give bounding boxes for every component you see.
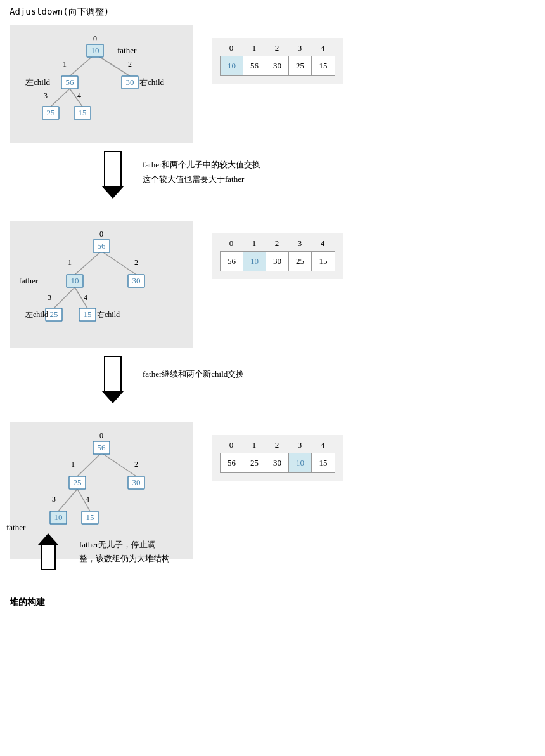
- section-3: father 0 1 2 3 4 56 25: [10, 422, 535, 559]
- svg-text:1: 1: [71, 460, 75, 469]
- arrow1-text: father和两个儿子中的较大值交换 这个较大值也需要大于father: [143, 157, 260, 187]
- svg-text:0: 0: [99, 230, 103, 238]
- svg-line-50: [101, 453, 136, 476]
- svg-text:0: 0: [99, 431, 103, 440]
- tree-diagram-1: 0 1 2 3 4 10 father 56 左child 30 右child: [10, 25, 193, 143]
- bottom-title: 堆的构建: [10, 597, 535, 608]
- cell-2-4: 15: [312, 252, 335, 271]
- array-1-cells: 10 56 30 25 15: [220, 56, 335, 76]
- array-2-labels: 0 1 2 3 4: [220, 238, 335, 249]
- svg-text:3: 3: [48, 293, 51, 302]
- array-section-1: 0 1 2 3 4 10 56 30 25 15: [212, 38, 343, 84]
- svg-text:4: 4: [86, 495, 89, 504]
- label3-4: 4: [311, 440, 334, 450]
- cell-3-3: 10: [289, 453, 312, 472]
- father-label-3: father: [6, 523, 25, 533]
- array-3: 0 1 2 3 4 56 25 30 10 15: [212, 435, 343, 481]
- svg-text:4: 4: [84, 293, 87, 302]
- svg-text:56: 56: [98, 241, 106, 251]
- svg-line-27: [75, 251, 101, 275]
- arrow-section-1: father和两个儿子中的较大值交换 这个较大值也需要大于father: [10, 148, 535, 218]
- label3-3: 3: [288, 440, 311, 450]
- svg-text:1: 1: [68, 258, 72, 267]
- label2-4: 4: [311, 238, 334, 249]
- svg-text:左child: 左child: [25, 77, 50, 87]
- svg-text:56: 56: [66, 77, 75, 87]
- section-1: 0 1 2 3 4 10 father 56 左child 30 右child: [10, 25, 535, 143]
- page-title: Adjustdown(向下调整): [10, 6, 535, 18]
- svg-text:25: 25: [50, 310, 58, 319]
- svg-text:2: 2: [134, 258, 138, 267]
- section-2: 0 1 2 3 4 56 10 father 30 25 左child: [10, 221, 535, 348]
- cell-3-4: 15: [312, 453, 335, 472]
- svg-text:56: 56: [98, 443, 106, 452]
- svg-text:0: 0: [93, 34, 97, 43]
- array-1: 0 1 2 3 4 10 56 30 25 15: [212, 38, 343, 84]
- cell-3-1: 25: [243, 453, 266, 472]
- array-2-cells: 56 10 30 25 15: [220, 251, 335, 271]
- svg-line-51: [58, 489, 77, 511]
- label2-3: 3: [288, 238, 311, 249]
- arrow2-text: father继续和两个新child交换: [143, 368, 244, 380]
- svg-text:25: 25: [74, 478, 82, 487]
- cell-2-1: 10: [243, 252, 266, 271]
- svg-line-7: [51, 89, 70, 107]
- label-1: 1: [243, 43, 266, 53]
- cell-2-3: 25: [289, 252, 312, 271]
- label-0: 0: [220, 43, 243, 53]
- svg-text:30: 30: [132, 276, 141, 285]
- arrow-section-2: father继续和两个新child交换: [10, 353, 535, 419]
- array-section-3: 0 1 2 3 4 56 25 30 10 15: [212, 435, 343, 481]
- up-arrow: [38, 533, 58, 570]
- label2-1: 1: [243, 238, 266, 249]
- svg-text:30: 30: [126, 77, 134, 87]
- label-2: 2: [266, 43, 288, 53]
- svg-text:右child: 右child: [97, 310, 120, 319]
- svg-text:10: 10: [91, 46, 99, 55]
- svg-text:15: 15: [79, 108, 87, 117]
- svg-text:15: 15: [84, 310, 92, 319]
- cell-1-4: 15: [312, 56, 335, 75]
- label3-0: 0: [220, 440, 243, 450]
- svg-text:30: 30: [132, 478, 141, 487]
- cell-1-3: 25: [289, 56, 312, 75]
- cell-3-2: 30: [266, 453, 289, 472]
- array-3-cells: 56 25 30 10 15: [220, 453, 335, 473]
- note-text: father无儿子，停止调 整，该数组仍为大堆结构: [79, 538, 170, 566]
- svg-text:3: 3: [52, 495, 56, 504]
- svg-text:右child: 右child: [139, 77, 164, 87]
- cell-1-2: 30: [266, 56, 289, 75]
- section-3-left: father 0 1 2 3 4 56 25: [10, 422, 193, 559]
- array-3-labels: 0 1 2 3 4: [220, 440, 335, 450]
- svg-text:father: father: [117, 46, 137, 55]
- label-4: 4: [311, 43, 334, 53]
- array-2: 0 1 2 3 4 56 10 30 25 15: [212, 233, 343, 279]
- label3-1: 1: [243, 440, 266, 450]
- array-section-2: 0 1 2 3 4 56 10 30 25 15: [212, 233, 343, 279]
- svg-line-28: [101, 251, 136, 275]
- svg-text:2: 2: [134, 460, 138, 469]
- array-1-labels: 0 1 2 3 4: [220, 43, 335, 53]
- svg-text:15: 15: [86, 512, 94, 522]
- tree-diagram-2: 0 1 2 3 4 56 10 father 30 25 左child: [10, 221, 193, 348]
- label2-2: 2: [266, 238, 288, 249]
- svg-text:25: 25: [47, 108, 55, 117]
- cell-3-0: 56: [221, 453, 243, 472]
- svg-line-29: [54, 287, 75, 308]
- label2-0: 0: [220, 238, 243, 249]
- cell-2-0: 56: [221, 252, 243, 271]
- svg-text:3: 3: [44, 91, 48, 100]
- label-3: 3: [288, 43, 311, 53]
- svg-text:2: 2: [128, 60, 132, 68]
- svg-text:father: father: [19, 276, 39, 285]
- svg-text:1: 1: [63, 60, 67, 68]
- cell-1-1: 56: [243, 56, 266, 75]
- svg-text:4: 4: [77, 91, 81, 100]
- svg-text:10: 10: [71, 276, 79, 285]
- svg-text:10: 10: [54, 512, 63, 522]
- cell-1-0: 10: [221, 56, 243, 75]
- cell-2-2: 30: [266, 252, 289, 271]
- svg-text:左child: 左child: [25, 310, 48, 319]
- label3-2: 2: [266, 440, 288, 450]
- svg-line-49: [77, 453, 101, 476]
